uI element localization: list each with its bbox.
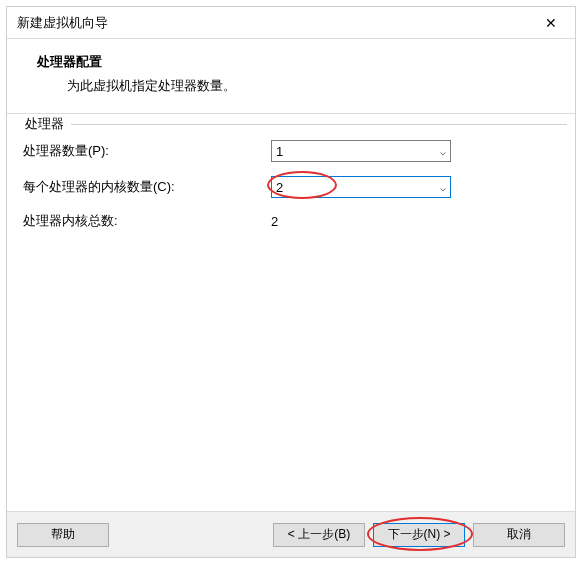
cancel-button[interactable]: 取消 — [473, 523, 565, 547]
help-button[interactable]: 帮助 — [17, 523, 109, 547]
page-title: 处理器配置 — [37, 53, 555, 71]
processors-value: 1 — [276, 144, 283, 159]
button-bar: 帮助 < 上一步(B) 下一步(N) > 取消 — [7, 511, 575, 557]
cores-select[interactable]: ⌵ — [271, 176, 451, 198]
chevron-down-icon: ⌵ — [440, 146, 446, 157]
back-button[interactable]: < 上一步(B) — [273, 523, 365, 547]
row-total: 处理器内核总数: 2 — [23, 212, 559, 230]
total-label: 处理器内核总数: — [23, 212, 271, 230]
next-button-label: 下一步(N) > — [388, 526, 451, 543]
dialog-window: 新建虚拟机向导 ✕ 处理器配置 为此虚拟机指定处理器数量。 处理器 处理器数量(… — [6, 6, 576, 558]
processors-group: 处理器 处理器数量(P): 1 ⌵ 每个处理器的内核数量(C): ⌵ — [11, 118, 571, 254]
window-title: 新建虚拟机向导 — [17, 14, 108, 32]
close-icon: ✕ — [545, 15, 557, 31]
row-cores: 每个处理器的内核数量(C): ⌵ — [23, 176, 559, 198]
content-area: 处理器 处理器数量(P): 1 ⌵ 每个处理器的内核数量(C): ⌵ — [7, 114, 575, 511]
total-value: 2 — [271, 214, 278, 229]
group-label: 处理器 — [21, 115, 68, 133]
chevron-down-icon: ⌵ — [440, 182, 446, 193]
group-divider — [71, 124, 567, 125]
help-button-label: 帮助 — [51, 526, 75, 543]
cores-label: 每个处理器的内核数量(C): — [23, 178, 271, 196]
cores-input[interactable] — [276, 180, 416, 195]
back-button-label: < 上一步(B) — [288, 526, 350, 543]
wizard-header: 处理器配置 为此虚拟机指定处理器数量。 — [7, 39, 575, 114]
close-button[interactable]: ✕ — [533, 9, 569, 37]
cancel-button-label: 取消 — [507, 526, 531, 543]
processors-select[interactable]: 1 ⌵ — [271, 140, 451, 162]
title-bar: 新建虚拟机向导 ✕ — [7, 7, 575, 39]
row-processors: 处理器数量(P): 1 ⌵ — [23, 140, 559, 162]
processors-label: 处理器数量(P): — [23, 142, 271, 160]
page-subtitle: 为此虚拟机指定处理器数量。 — [67, 77, 555, 95]
next-button[interactable]: 下一步(N) > — [373, 523, 465, 547]
